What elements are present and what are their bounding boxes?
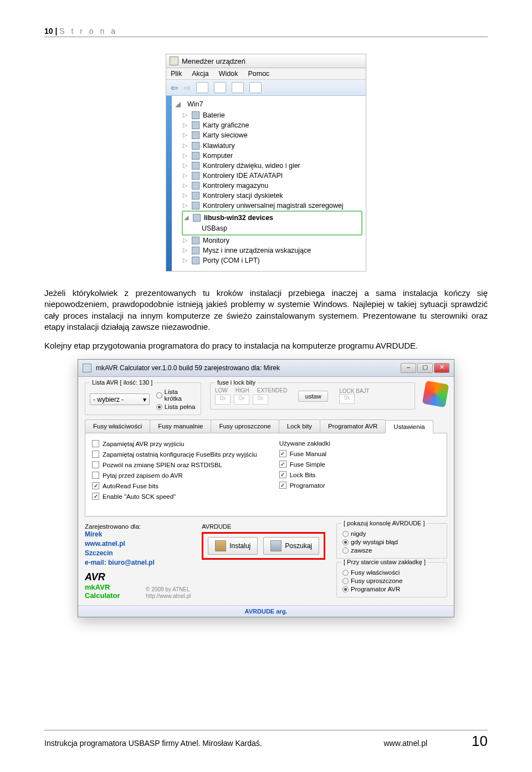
paragraph-1: Jeżeli którykolwiek z prezentowanych tu … xyxy=(44,288,488,333)
lockbajt-label: LOCK BAJT xyxy=(339,388,369,394)
tree-item[interactable]: ▷Kontrolery uniwersalnej magistrali szer… xyxy=(175,201,362,211)
radio-item[interactable]: Fusy właściwości xyxy=(342,569,441,576)
tree-item[interactable]: ▷Kontrolery dźwięku, wideo i gier xyxy=(175,161,362,171)
toolbar-btn-4[interactable] xyxy=(249,82,262,93)
tab-fusy-manualnie[interactable]: Fusy manualnie xyxy=(150,420,211,433)
radio-icon xyxy=(342,586,349,592)
checkbox-icon xyxy=(279,450,287,457)
radio-item[interactable]: zawsze xyxy=(342,547,441,554)
reg-label: Zarejestrowano dla: xyxy=(85,523,191,530)
menu-plik[interactable]: Plik xyxy=(171,70,182,78)
radio-icon xyxy=(342,539,349,545)
devmgr-figure: Menedżer urządzeń Plik Akcja Widok Pomoc… xyxy=(44,54,488,273)
used-tabs-title: Używane zakładki xyxy=(279,440,330,447)
mkavr-window: mkAVR Calculator ver.1.0.0 build 59 zare… xyxy=(78,359,454,617)
checkbox-item[interactable]: Fuse Manual xyxy=(279,450,330,457)
device-icon xyxy=(192,131,200,139)
tabs: Fusy właściwości Fusy manualnie Fusy upr… xyxy=(85,420,447,433)
fuse-ext-input[interactable]: 0x xyxy=(253,395,268,405)
tree-item[interactable]: ▷Kontrolery stacji dyskietek xyxy=(175,191,362,201)
instaluj-button[interactable]: Instaluj xyxy=(208,537,258,555)
tree-item[interactable]: ▷Kontrolery magazynu xyxy=(175,181,362,191)
lockbajt-input[interactable]: 0x xyxy=(339,394,355,404)
devmgr-body: ◢ Win7 ▷Baterie▷Karty graficzne▷Karty si… xyxy=(166,96,366,271)
back-arrow-icon[interactable]: ⇦ xyxy=(171,83,178,93)
checkbox-item[interactable]: Zapamiętaj ostatnią konfigurację FuseBit… xyxy=(92,451,257,458)
checkbox-item[interactable]: Programator xyxy=(279,482,330,489)
footer-copyright: © 2009 by ATNEL http://www.atnel.pl xyxy=(146,586,191,600)
checkbox-item[interactable]: Pozwól na zmianę SPIEN oraz RSTDISBL xyxy=(92,461,257,468)
tree-item-usbasp[interactable]: USBasp xyxy=(184,223,360,233)
radio-icon xyxy=(342,570,349,576)
checkbox-icon xyxy=(92,482,99,489)
menu-akcja[interactable]: Akcja xyxy=(192,70,209,78)
checkbox-icon xyxy=(279,471,287,478)
page-footer: Instrukcja programatora USBASP firmy Atn… xyxy=(44,730,488,750)
usb-icon xyxy=(193,214,201,222)
menu-widok[interactable]: Widok xyxy=(219,70,238,78)
minimize-button[interactable]: – xyxy=(401,363,416,373)
checkbox-item[interactable]: Enable "Auto SCK speed" xyxy=(92,493,257,500)
radio-item[interactable]: gdy wystąpi błąd xyxy=(342,539,441,545)
toolbar-btn-2[interactable] xyxy=(214,82,226,93)
start-tab-title: [ Przy starcie ustaw zakładkę ] xyxy=(341,559,428,565)
tree-item-libusb[interactable]: ◢ libusb-win32 devices xyxy=(184,213,360,223)
fuse-col-ext: EXTENDED xyxy=(257,387,287,393)
tree-item[interactable]: ▷Karty graficzne xyxy=(175,120,362,130)
mkavr-statusbar: AVRDUDE arg. xyxy=(78,605,454,617)
reg-city: Szczecin xyxy=(85,549,191,558)
avr-logo-text: AVR xyxy=(85,571,140,583)
checkbox-item[interactable]: Zapamiętaj AVR przy wyjściu xyxy=(92,440,257,447)
window-buttons: – ▢ ✕ xyxy=(401,363,449,373)
menu-pomoc[interactable]: Pomoc xyxy=(248,70,269,78)
tree-item[interactable]: ▷Karty sieciowe xyxy=(175,130,362,140)
fuse-high-input[interactable]: 0x xyxy=(234,395,249,405)
close-button[interactable]: ✕ xyxy=(434,363,449,373)
fuse-low-input[interactable]: 0x xyxy=(215,395,231,405)
maximize-button[interactable]: ▢ xyxy=(417,363,433,373)
tree-item[interactable]: ▷Monitory xyxy=(175,236,362,246)
tab-fusy-uproszczone[interactable]: Fusy uproszczone xyxy=(211,420,279,433)
checkbox-icon xyxy=(92,440,99,447)
device-icon xyxy=(192,162,200,170)
fuse-col-low: LOW xyxy=(215,387,228,393)
checkbox-icon xyxy=(92,493,99,500)
radio-item[interactable]: Programator AVR xyxy=(342,586,441,592)
devmgr-titlebar: Menedżer urządzeń xyxy=(166,54,366,68)
mkavr-titlebar: mkAVR Calculator ver.1.0.0 build 59 zare… xyxy=(78,360,454,377)
tree-item[interactable]: ▷Kontrolery IDE ATA/ATAPI xyxy=(175,171,362,181)
tree-item[interactable]: ▷Porty (COM i LPT) xyxy=(175,255,362,265)
device-manager-window: Menedżer urządzeń Plik Akcja Widok Pomoc… xyxy=(166,54,366,272)
tree-root[interactable]: ◢ Win7 xyxy=(175,99,362,109)
radio-lista-krotka[interactable]: Lista krótka xyxy=(156,388,196,402)
tab-lock-bity[interactable]: Lock bity xyxy=(279,420,320,433)
avr-select-value: - wybierz - xyxy=(93,396,124,403)
checkbox-item[interactable]: Lock Bits xyxy=(279,471,330,478)
checkbox-item[interactable]: AutoRead Fuse bits xyxy=(92,482,257,489)
checkbox-item[interactable]: Pytaj przed zapisem do AVR xyxy=(92,472,257,479)
ustaw-button[interactable]: ustaw xyxy=(298,391,328,402)
toolbar-btn-3[interactable] xyxy=(232,82,244,93)
mkavr-title-text: mkAVR Calculator ver.1.0.0 build 59 zare… xyxy=(96,364,280,372)
tab-ustawienia[interactable]: Ustawienia xyxy=(385,420,433,433)
tab-programator-avr[interactable]: Programator AVR xyxy=(320,420,386,433)
tree-item[interactable]: ▷Mysz i inne urządzenia wskazujące xyxy=(175,246,362,255)
tree-item[interactable]: ▷Klawiatury xyxy=(175,141,362,151)
tree-item[interactable]: ▷Komputer xyxy=(175,151,362,161)
devmgr-sidebar xyxy=(166,96,172,271)
settings-checks-right: Używane zakładki Fuse ManualFuse SimpleL… xyxy=(279,440,330,509)
radio-item[interactable]: Fusy uproszczone xyxy=(342,577,441,584)
avr-select[interactable]: - wybierz - ▾ xyxy=(90,393,150,405)
toolbar-btn-1[interactable] xyxy=(196,82,208,93)
device-tree: ◢ Win7 ▷Baterie▷Karty graficzne▷Karty si… xyxy=(172,96,366,271)
tab-fusy-wlasciwosci[interactable]: Fusy właściwości xyxy=(85,420,150,433)
tree-item[interactable]: ▷Baterie xyxy=(175,110,362,120)
radio-lista-pelna[interactable]: Lista pełna xyxy=(156,403,196,410)
device-icon xyxy=(192,142,200,150)
device-icon xyxy=(192,121,200,129)
fuse-col-high: HIGH xyxy=(236,387,249,393)
search-icon xyxy=(270,540,282,551)
poszukaj-button[interactable]: Poszukaj xyxy=(263,537,319,555)
checkbox-item[interactable]: Fuse Simple xyxy=(279,461,330,468)
radio-item[interactable]: nigdy xyxy=(342,530,441,537)
